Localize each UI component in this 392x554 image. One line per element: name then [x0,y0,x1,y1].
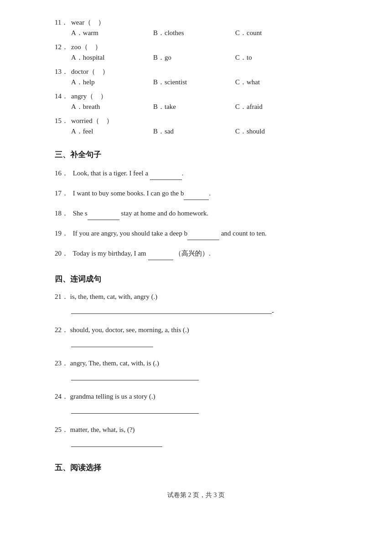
q24: 24． grandma telling is us a story (.) [55,390,337,416]
q17-blank[interactable] [184,193,209,200]
q22-answer-line[interactable] [71,339,153,347]
q14-num: 14． [55,92,71,101]
q14-word: angry（ ） [71,92,107,101]
q17-text: I want to buy some books. I can go the b… [73,190,211,197]
q12-optB: B．go [153,53,235,62]
q19: 19． If you are angry, you should take a … [55,226,337,240]
q11-word: wear（ ） [71,18,105,27]
q25-text: matter, the, what, is, (?) [70,426,135,433]
q15-options: A．feel B．sad C．should [71,127,337,136]
q24-answer-line[interactable] [71,405,199,414]
q19-num: 19． [55,226,71,240]
q22-text: should, you, doctor, see, morning, a, th… [70,326,189,333]
q13-optA: A．help [71,78,153,87]
footer-text: 试卷第 2 页，共 3 页 [167,492,225,498]
q19-blank[interactable] [187,233,219,240]
q25-answer-line[interactable] [71,439,162,447]
q15-num: 15． [55,117,71,125]
section5-title: 五、阅读选择 [55,462,337,473]
q15-optB: B．sad [153,127,235,136]
question-14: 14． angry（ ） A．breath B．take C．afraid [55,92,337,111]
q21-answer-line[interactable] [71,306,272,314]
q15-optC: C．should [235,127,317,136]
q17: 17． I want to buy some books. I can go t… [55,186,337,200]
q13-options: A．help B．scientist C．what [71,78,337,87]
q21: 21． is, the, them, cat, with, angry (.) … [55,291,337,316]
q25: 25． matter, the, what, is, (?) [55,424,337,449]
q13-optC: C．what [235,78,317,87]
q12-optA: A．hospital [71,53,153,62]
q18-text: She s stay at home and do homework. [73,210,208,217]
q21-text: is, the, them, cat, with, angry (.) [70,293,158,300]
q13-num: 13． [55,67,71,76]
q18-num: 18． [55,206,71,220]
q14-optA: A．breath [71,103,153,111]
q14-options: A．breath B．take C．afraid [71,103,337,111]
q23-text: angry, The, them, cat, with, is (.) [70,359,159,367]
q14-optC: C．afraid [235,103,317,111]
matching-section: 11． wear（ ） A．warm B．clothes C．count 12．… [55,18,337,136]
question-13: 13． doctor（ ） A．help B．scientist C．what [55,67,337,87]
q24-num: 24． [55,393,68,400]
q20-blank[interactable] [148,253,173,260]
q20-num: 20． [55,246,71,260]
q12-word: zoo（ ） [71,43,102,51]
q21-dash: - [272,308,274,315]
q11-options: A．warm B．clothes C．count [71,29,337,37]
q11-optC: C．count [235,29,317,37]
q12-options: A．hospital B．go C．to [71,53,337,62]
question-12: 12． zoo（ ） A．hospital B．go C．to [55,43,337,62]
q20-text: Today is my birthday, I am （高兴的）. [72,250,211,257]
q20: 20． Today is my birthday, I am （高兴的）. [55,246,337,260]
q19-text: If you are angry, you should take a deep… [73,230,267,237]
q23-num: 23． [55,359,68,367]
q11-optA: A．warm [71,29,153,37]
q21-num: 21． [55,293,68,300]
section5: 五、阅读选择 [55,462,337,473]
q18: 18． She s stay at home and do homework. [55,206,337,220]
q18-blank[interactable] [88,213,119,220]
section3: 三、补全句子 16． Look, that is a tiger. I feel… [55,149,337,260]
q13-word: doctor（ ） [71,67,109,76]
q23: 23． angry, The, them, cat, with, is (.) [55,357,337,382]
q13-optB: B．scientist [153,78,235,87]
section4-title: 四、连词成句 [55,274,337,284]
q25-num: 25． [55,426,68,433]
q11-num: 11． [55,18,71,27]
q23-answer-line[interactable] [71,372,199,380]
question-11: 11． wear（ ） A．warm B．clothes C．count [55,18,337,37]
q16-text: Look, that is a tiger. I feel a . [73,169,184,177]
q12-optC: C．to [235,53,317,62]
q15-word: worried（ ） [71,117,113,125]
q16: 16． Look, that is a tiger. I feel a . [55,166,337,180]
q22-num: 22． [55,326,68,333]
q15-optA: A．feel [71,127,153,136]
section3-title: 三、补全句子 [55,149,337,160]
q16-num: 16． [55,166,71,180]
q17-num: 17． [55,186,71,200]
page-footer: 试卷第 2 页，共 3 页 [55,491,337,499]
q24-text: grandma telling is us a story (.) [70,393,155,400]
q11-optB: B．clothes [153,29,235,37]
q12-num: 12． [55,43,71,51]
section4: 四、连词成句 21． is, the, them, cat, with, ang… [55,274,337,449]
q16-blank[interactable] [150,173,182,180]
q14-optB: B．take [153,103,235,111]
question-15: 15． worried（ ） A．feel B．sad C．should [55,117,337,136]
q22: 22． should, you, doctor, see, morning, a… [55,324,337,349]
